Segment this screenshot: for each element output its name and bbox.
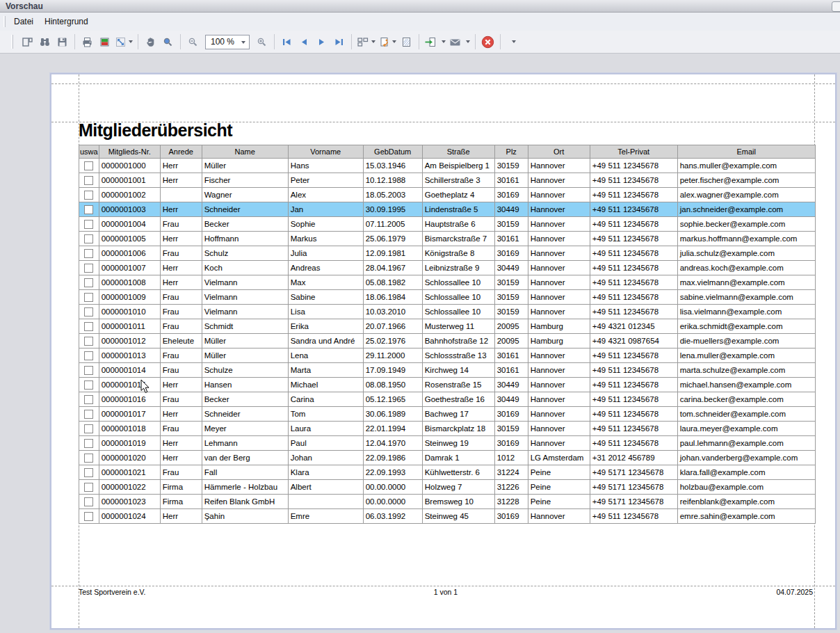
row-checkbox[interactable] — [84, 293, 93, 302]
page-layout-dropdown-caret[interactable] — [371, 40, 375, 43]
table-row[interactable]: 0000001017HerrSchneiderTom30.06.1989Bach… — [79, 407, 816, 422]
search-button[interactable] — [36, 33, 54, 51]
zoom-dropdown-caret[interactable] — [241, 41, 245, 44]
row-checkbox[interactable] — [84, 380, 93, 390]
row-checkbox[interactable] — [84, 512, 93, 521]
table-row[interactable]: 0000001006FrauSchulzJulia12.09.1981König… — [79, 246, 816, 261]
cell: +49 511 12345678 — [590, 422, 677, 436]
scale-button[interactable] — [113, 33, 134, 51]
page-color-button[interactable] — [96, 33, 113, 51]
row-checkbox[interactable] — [84, 395, 93, 404]
table-row[interactable]: 0000001010FrauVielmannLisa10.03.2010Schl… — [79, 305, 816, 319]
email-button[interactable] — [447, 33, 471, 51]
table-row[interactable]: 0000001021FrauFallKlara22.09.1993Kühlwet… — [79, 465, 816, 480]
first-page-button[interactable] — [278, 33, 296, 51]
row-checkbox[interactable] — [84, 278, 93, 287]
checkbox-cell — [79, 480, 99, 495]
table-row[interactable]: 0000001020Herrvan der BergJohan22.09.198… — [79, 451, 816, 465]
cell: van der Berg — [202, 451, 288, 465]
row-checkbox[interactable] — [84, 322, 93, 331]
title-bar[interactable]: Vorschau — [0, 0, 840, 13]
table-row[interactable]: 0000001000HerrMüllerHans15.03.1946Am Bei… — [79, 159, 816, 173]
table-row[interactable]: 0000001005HerrHoffmannMarkus25.06.1979Bi… — [79, 232, 816, 246]
previous-page-button[interactable] — [296, 33, 313, 51]
row-checkbox[interactable] — [84, 497, 93, 506]
table-row[interactable]: 0000001001HerrFischerPeter10.12.1988Schi… — [79, 173, 816, 188]
table-row[interactable]: 0000001008HerrVielmannMax05.08.1982Schlo… — [79, 275, 816, 290]
close-preview-button[interactable] — [479, 33, 496, 51]
table-row[interactable]: 0000001015HerrHansenMichael08.08.1950Ros… — [79, 378, 816, 392]
table-row[interactable]: 0000001011FrauSchmidtErika20.07.1966Must… — [79, 319, 816, 334]
row-checkbox[interactable] — [84, 468, 93, 477]
watermark-button[interactable] — [398, 33, 415, 51]
zoom-in-button[interactable] — [253, 33, 270, 51]
table-row[interactable]: 0000001022FirmaHämmerle - HolzbauAlbert0… — [79, 480, 816, 495]
menu-datei[interactable]: Datei — [10, 15, 38, 29]
save-button[interactable] — [54, 33, 71, 51]
email-dropdown-caret[interactable] — [466, 40, 470, 43]
row-checkbox[interactable] — [84, 234, 93, 243]
row-checkbox[interactable] — [84, 410, 93, 419]
zoom-out-button[interactable] — [184, 33, 202, 51]
hand-tool-button[interactable] — [142, 33, 159, 51]
export-button[interactable] — [423, 33, 447, 51]
last-page-button[interactable] — [330, 33, 348, 51]
checkbox-cell — [79, 509, 99, 524]
zoom-combobox[interactable]: 100 % — [205, 35, 250, 49]
table-row[interactable]: 0000001003HerrSchneiderJan30.09.1995Lind… — [79, 202, 816, 217]
menu-hintergrund[interactable]: Hintergrund — [40, 15, 92, 29]
cell: Hannover — [528, 363, 590, 378]
export-image-button[interactable] — [377, 33, 398, 51]
export-dropdown-caret[interactable] — [442, 40, 446, 43]
zoom-mode-button[interactable] — [159, 33, 177, 51]
table-row[interactable]: 0000001009FrauVielmannSabine18.06.1984Sc… — [79, 290, 816, 305]
row-checkbox[interactable] — [84, 191, 93, 200]
toolbar-separator — [419, 34, 419, 49]
cell: 0000001009 — [99, 290, 160, 305]
table-row[interactable]: 0000001018FrauMeyerLaura22.01.1994Bismar… — [79, 422, 816, 436]
table-row[interactable]: 0000001004FrauBeckerSophie07.11.2005Haup… — [79, 217, 816, 232]
cell: Vielmann — [202, 305, 288, 319]
menubar-grip[interactable] — [3, 16, 6, 27]
row-checkbox[interactable] — [84, 264, 93, 273]
row-checkbox[interactable] — [84, 439, 93, 448]
scale-dropdown-caret[interactable] — [129, 40, 133, 43]
row-checkbox[interactable] — [84, 454, 93, 463]
toolbar-overflow-button[interactable] — [504, 33, 522, 51]
cell — [160, 188, 202, 202]
table-row[interactable]: 0000001012EheleuteMüllerSandra und André… — [79, 334, 816, 348]
row-checkbox[interactable] — [84, 249, 93, 258]
row-checkbox[interactable] — [84, 351, 93, 360]
row-checkbox[interactable] — [84, 176, 93, 185]
row-checkbox[interactable] — [84, 483, 93, 492]
toolbar-grip[interactable] — [11, 35, 13, 49]
row-checkbox[interactable] — [84, 424, 93, 433]
print-button[interactable] — [79, 33, 96, 51]
table-row[interactable]: 0000001014FrauSchulzeMarta17.09.1949Kirc… — [79, 363, 816, 378]
table-row[interactable]: 0000001024HerrŞahinEmre06.03.1992Steinwe… — [79, 509, 816, 524]
row-checkbox[interactable] — [84, 307, 93, 316]
row-checkbox[interactable] — [84, 337, 93, 346]
window-corner-button[interactable] — [832, 1, 840, 12]
cell: 30169 — [494, 509, 528, 524]
export-image-dropdown-caret[interactable] — [392, 40, 396, 43]
next-page-button[interactable] — [313, 33, 330, 51]
cell: Hauptstraße 6 — [422, 217, 494, 232]
table-row[interactable]: 0000001019HerrLehmannPaul12.04.1970Stein… — [79, 436, 816, 451]
table-row[interactable]: 0000001002WagnerAlex18.05.2003Goetheplat… — [79, 188, 816, 202]
row-checkbox[interactable] — [84, 205, 93, 214]
row-checkbox[interactable] — [84, 161, 93, 170]
cell: 25.02.1976 — [363, 334, 422, 348]
page-layout-button[interactable] — [355, 33, 377, 51]
page-thumbnails-button[interactable] — [19, 33, 36, 51]
table-row[interactable]: 0000001016FrauBeckerCarina05.12.1965Goet… — [79, 392, 816, 407]
cell: 25.06.1979 — [363, 232, 422, 246]
checkbox-cell — [79, 495, 99, 509]
row-checkbox[interactable] — [84, 220, 93, 229]
cell: sabine.vielmann@example.com — [677, 290, 815, 305]
cell: Frau — [160, 246, 202, 261]
table-row[interactable]: 0000001023FirmaReifen Blank GmbH00.00.00… — [79, 495, 816, 509]
table-row[interactable]: 0000001007HerrKochAndreas28.04.1967Leibn… — [79, 261, 816, 275]
table-row[interactable]: 0000001013FrauMüllerLena29.11.2000Schlos… — [79, 348, 816, 363]
row-checkbox[interactable] — [84, 366, 93, 375]
